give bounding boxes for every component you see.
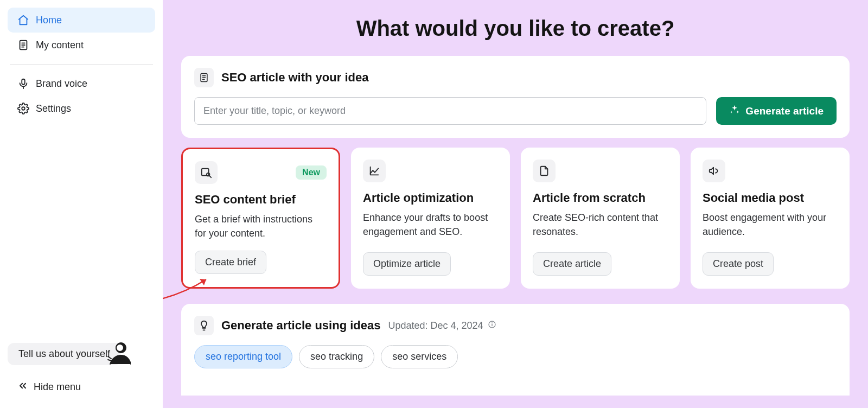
card-button-label: Create brief: [205, 257, 256, 267]
svg-line-15: [209, 176, 211, 177]
chart-line-icon: [363, 160, 386, 182]
ideas-title: Generate article using ideas: [221, 318, 380, 333]
avatar-illustration-icon: [105, 340, 131, 366]
svg-point-8: [116, 344, 124, 352]
hide-menu-button[interactable]: Hide menu: [8, 374, 91, 400]
megaphone-icon: [703, 160, 725, 182]
card-seo-content-brief[interactable]: New SEO content brief Get a brief with i…: [181, 148, 340, 289]
gear-icon: [17, 103, 29, 114]
blank-page-icon: [533, 160, 556, 182]
idea-chip-seo-services[interactable]: seo services: [381, 345, 458, 368]
card-title: SEO content brief: [195, 193, 327, 207]
svg-rect-13: [202, 169, 209, 176]
idea-chip-seo-tracking[interactable]: seo tracking: [299, 345, 374, 368]
info-icon[interactable]: [488, 320, 496, 331]
lightbulb-icon: [194, 316, 214, 335]
card-desc: Get a brief with instructions for your c…: [195, 212, 327, 240]
chevrons-left-icon: [17, 380, 28, 394]
hide-menu-label: Hide menu: [34, 381, 81, 393]
tell-us-label: Tell us about yourself: [18, 348, 110, 360]
card-desc: Create SEO-rich content that resonates.: [533, 211, 668, 239]
card-grid: New SEO content brief Get a brief with i…: [181, 148, 850, 289]
svg-point-18: [492, 323, 492, 323]
topic-input[interactable]: [194, 97, 706, 125]
create-post-button[interactable]: Create post: [703, 252, 774, 276]
sidebar-item-home[interactable]: Home: [8, 8, 155, 33]
card-button-label: Create post: [713, 258, 763, 269]
sidebar-item-label: Settings: [36, 103, 71, 114]
sidebar-item-label: My content: [36, 40, 84, 51]
card-button-label: Optimize article: [373, 258, 441, 269]
sparkle-icon: [729, 104, 740, 118]
card-desc: Boost engagement with your audience.: [703, 211, 838, 239]
card-desc: Enhance your drafts to boost engagement …: [363, 211, 498, 239]
main-content: What would you like to create? SEO artic…: [163, 0, 868, 408]
card-button-label: Create article: [543, 258, 601, 269]
card-social-media-post[interactable]: Social media post Boost engagement with …: [691, 148, 850, 289]
microphone-icon: [17, 78, 29, 90]
hero-panel-title: SEO article with your idea: [221, 71, 368, 85]
card-article-from-scratch[interactable]: Article from scratch Create SEO-rich con…: [521, 148, 680, 289]
svg-rect-4: [22, 79, 25, 85]
sidebar-item-my-content[interactable]: My content: [8, 33, 155, 58]
generate-article-button[interactable]: Generate article: [716, 97, 837, 125]
sidebar-item-brand-voice[interactable]: Brand voice: [8, 71, 155, 96]
card-title: Social media post: [703, 191, 838, 205]
card-title: Article from scratch: [533, 191, 668, 205]
ideas-panel: Generate article using ideas Updated: De…: [181, 304, 850, 396]
card-article-optimization[interactable]: Article optimization Enhance your drafts…: [351, 148, 510, 289]
create-article-button[interactable]: Create article: [533, 252, 611, 276]
optimize-article-button[interactable]: Optimize article: [363, 252, 451, 276]
create-brief-button[interactable]: Create brief: [195, 251, 266, 274]
sidebar-item-label: Brand voice: [36, 78, 87, 90]
card-title: Article optimization: [363, 191, 498, 205]
idea-chip-seo-reporting-tool[interactable]: seo reporting tool: [194, 345, 292, 368]
home-icon: [17, 14, 29, 26]
generate-article-label: Generate article: [745, 105, 824, 117]
sidebar-item-label: Home: [36, 15, 62, 26]
new-badge: New: [296, 165, 327, 180]
sidebar: Home My content Brand voice Settings Tel…: [0, 0, 163, 408]
page-title: What would you like to create?: [163, 16, 868, 41]
svg-point-6: [22, 107, 25, 110]
ideas-updated: Updated: Dec 4, 2024: [388, 320, 496, 331]
sidebar-item-settings[interactable]: Settings: [8, 96, 155, 121]
document-icon: [17, 39, 29, 51]
hero-panel: SEO article with your idea Generate arti…: [181, 56, 850, 138]
article-icon: [194, 68, 214, 87]
sidebar-divider: [10, 64, 153, 65]
search-page-icon: [195, 161, 218, 184]
tell-us-about-yourself-button[interactable]: Tell us about yourself: [8, 343, 121, 365]
ideas-updated-label: Updated: Dec 4, 2024: [388, 320, 483, 331]
hero-panel-header: SEO article with your idea: [194, 68, 837, 87]
